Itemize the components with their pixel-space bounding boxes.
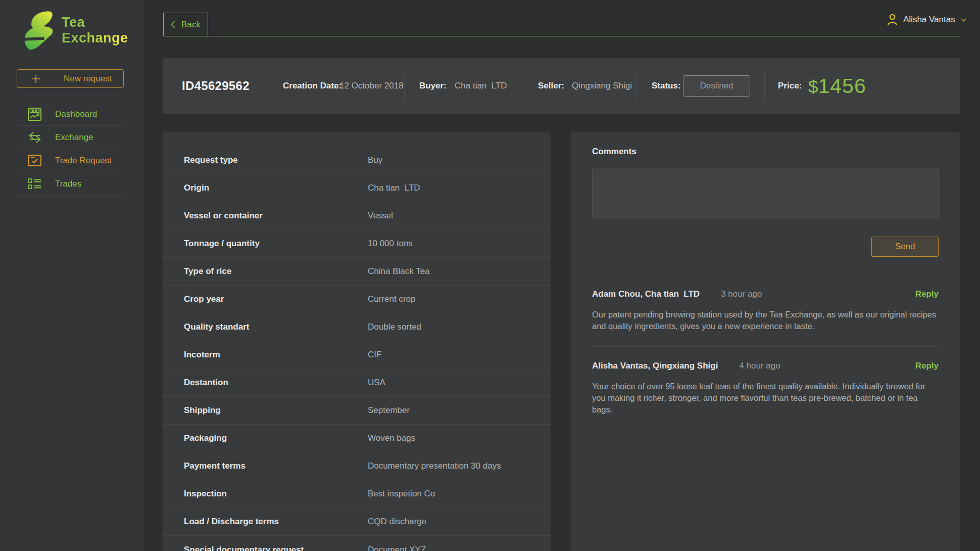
detail-row: Packaging Woven bags [163,425,551,452]
detail-label: Payment terms [184,461,368,471]
trade-summary-bar: ID45629562 Creation Date: 12 October 201… [163,58,960,114]
top-divider-line [163,36,960,36]
price-label: Price: [778,81,802,91]
comment: Alisha Vantas, Qingxiang Shigi 4 hour ag… [592,347,939,430]
comment-list: Adam Chou, Cha tian LTD 3 hour ago Reply… [592,275,939,430]
sidebar-item-exchange[interactable]: Exchange [17,126,124,149]
detail-value: Cha tian LTD [368,183,420,193]
detail-value: China Black Tea [368,266,430,277]
detail-value: CIF [368,350,381,360]
send-row: Send [592,237,939,257]
new-request-button[interactable]: New request [17,69,124,88]
detail-value: Woven bags [368,433,415,443]
detail-row: Tonnage / quantity 10 000 tons [163,230,551,258]
detail-label: Request type [184,155,368,165]
comment-header: Adam Chou, Cha tian LTD 3 hour ago Reply [592,289,939,299]
detail-row: Request type Buy [163,147,551,174]
back-button[interactable]: Back [163,13,208,36]
status-badge[interactable]: Deslined [683,75,750,97]
detail-value: Buy [368,155,382,165]
reply-link[interactable]: Reply [915,289,939,299]
detail-label: Vessel or container [184,211,368,221]
comment-text: Our patent pending brewing station used … [592,309,939,332]
chevron-down-icon [961,18,966,22]
creation-date-label: Creation Date: [283,81,341,91]
trade-details-panel: Request type Buy Origin Cha tian LTD Ves… [163,132,551,551]
seller-label: Seller: [538,81,564,91]
detail-label: Load / Discharge terms [184,517,368,527]
app-title: Tea Exchange [62,15,128,46]
detail-label: Destantion [184,378,368,388]
detail-label: Special documentary request [184,545,368,551]
detail-label: Tonnage / quantity [184,239,368,249]
detail-row: Incoterm CIF [163,341,551,369]
detail-row: Type of rice China Black Tea [163,258,551,286]
trade-id: ID45629562 [182,79,250,93]
send-button[interactable]: Send [871,237,939,257]
detail-row: Destantion USA [163,369,551,397]
separator [635,71,636,101]
detail-label: Shipping [184,405,368,416]
detail-label: Inspection [184,489,368,499]
price-value: $1456 [808,74,866,98]
detail-label: Incoterm [184,350,368,360]
detail-value: CQD discharge [368,517,426,527]
detail-row: Payment terms Documentary presentation 3… [163,452,551,480]
detail-value: Documentary presentation 30 days [368,461,501,471]
chevron-left-icon [171,21,175,28]
detail-row: Origin Cha tian LTD [163,174,551,202]
reply-link[interactable]: Reply [915,361,939,371]
detail-row: Load / Discharge terms CQD discharge [163,508,551,536]
detail-row: Quality standart Double sorted [163,313,551,341]
detail-row: Vessel or container Vessel [163,202,551,230]
user-name: Alisha Vantas [903,15,955,25]
buyer-value: Cha tian LTD [455,81,507,91]
sidebar-item-trades[interactable]: Trades [17,172,124,196]
trades-icon [28,178,42,190]
sidebar-item-trade-request[interactable]: Trade Request [17,149,124,172]
sidebar-nav: Dashboard Exchange Trade Re [17,103,124,196]
status-label: Status: [652,81,681,91]
comments-panel: Comments Send Adam Chou, Cha tian LTD 3 … [571,132,960,551]
dashboard-icon [28,108,42,121]
comment-input[interactable] [592,168,939,218]
detail-value: 10 000 tons [368,239,413,249]
detail-value: September [368,405,410,416]
detail-value: Double sorted [368,322,421,332]
tea-leaf-logo-icon [21,8,56,53]
comment-time: 4 hour ago [739,361,780,371]
sidebar-item-label: Exchange [55,132,93,143]
detail-label: Packaging [184,433,368,443]
detail-row: Crop year Current crop [163,286,551,313]
detail-value: Best inspetion Co [368,489,435,499]
separator [267,71,267,101]
sidebar-item-label: Trades [55,179,81,189]
back-label: Back [181,20,201,30]
detail-row: Shipping September [163,397,551,425]
buyer-label: Buyer: [419,81,447,91]
detail-label: Quality standart [184,322,368,332]
comments-title: Comments [592,147,939,157]
separator [764,71,765,101]
user-icon [887,14,898,26]
detail-value: USA [368,378,385,388]
comment-author: Alisha Vantas, Qingxiang Shigi [592,361,718,371]
exchange-icon [28,131,42,144]
detail-value: Vessel [368,211,393,221]
detail-value: Document XYZ [368,545,426,551]
separator [523,71,523,101]
app-logo: Tea Exchange [21,8,128,53]
sidebar-item-dashboard[interactable]: Dashboard [17,103,124,126]
comment-header: Alisha Vantas, Qingxiang Shigi 4 hour ag… [592,361,939,371]
detail-label: Type of rice [184,266,368,277]
comment-text: Your choice of over 95 loose leaf teas o… [592,381,939,416]
plus-icon [31,74,40,83]
user-menu[interactable]: Alisha Vantas [887,12,966,28]
comment: Adam Chou, Cha tian LTD 3 hour ago Reply… [592,275,939,347]
sidebar-item-label: Dashboard [55,109,97,119]
seller-value: Qingxiang Shigi [572,81,632,91]
detail-label: Origin [184,183,368,193]
comment-time: 3 hour ago [721,289,762,299]
creation-date-value: 12 October 2018 [339,81,404,91]
separator [404,71,405,101]
